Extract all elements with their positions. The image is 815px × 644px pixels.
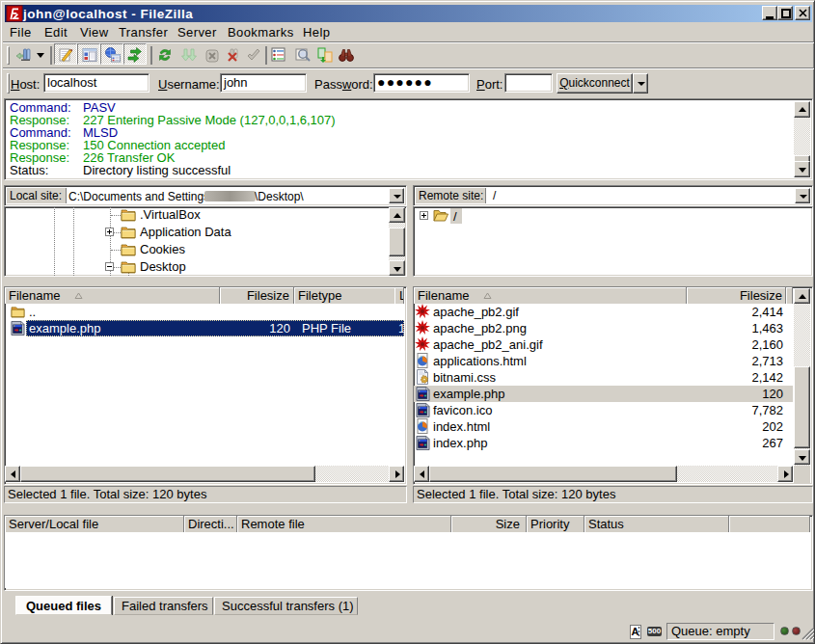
svg-text:A: A xyxy=(632,626,639,637)
